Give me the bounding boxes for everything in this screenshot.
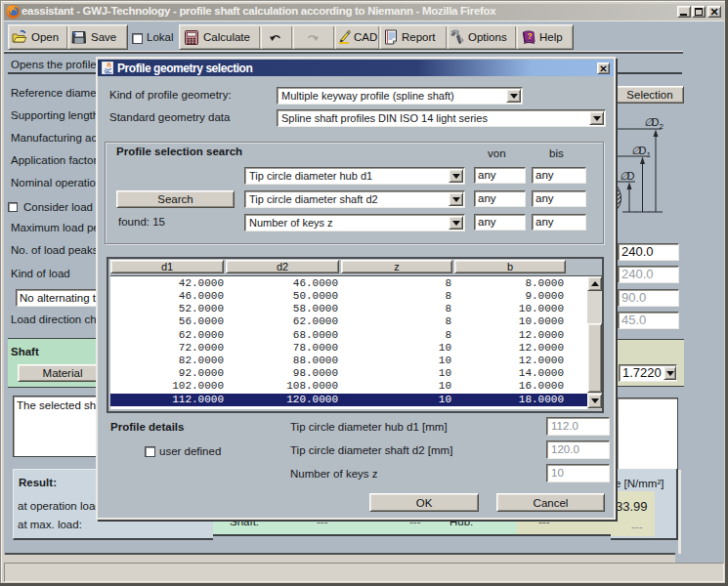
svg-text:D: D bbox=[627, 170, 635, 182]
svg-text:D: D bbox=[652, 116, 660, 128]
svg-text:2: 2 bbox=[660, 122, 664, 131]
svg-text:D: D bbox=[639, 145, 647, 156]
svg-text:1: 1 bbox=[647, 150, 652, 159]
svg-text:?: ? bbox=[527, 31, 532, 41]
